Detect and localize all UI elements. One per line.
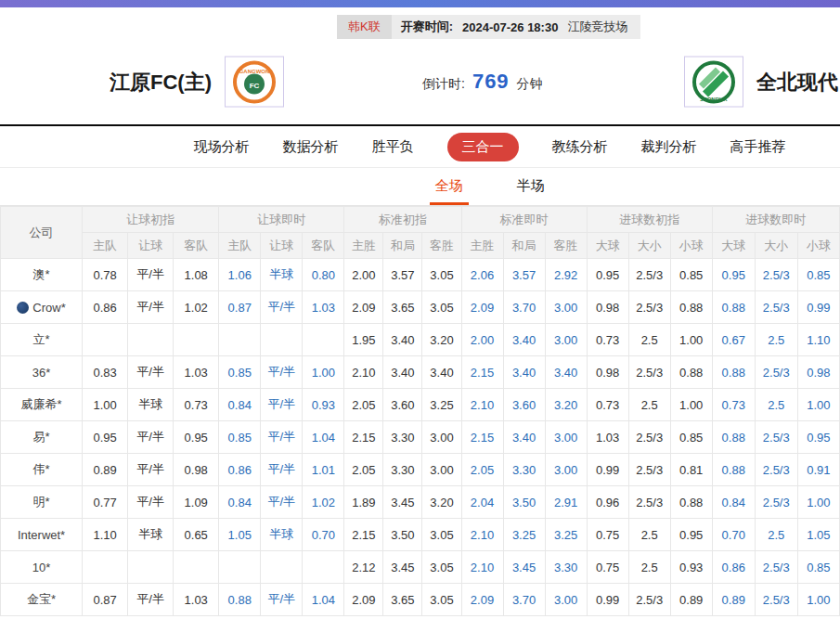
odds-cell[interactable]: 1.06: [219, 259, 261, 291]
odds-cell[interactable]: 3.00: [545, 454, 587, 486]
odds-cell[interactable]: 2.91: [545, 486, 587, 519]
odds-cell[interactable]: [303, 324, 344, 356]
company-cell[interactable]: 明*: [1, 486, 83, 519]
odds-cell[interactable]: 2.5: [628, 324, 670, 356]
odds-cell[interactable]: 平/半: [261, 421, 303, 454]
odds-cell[interactable]: 1.05: [219, 519, 261, 551]
odds-cell[interactable]: 0.88: [670, 291, 712, 324]
odds-cell[interactable]: 0.86: [219, 454, 261, 486]
odds-cell[interactable]: 3.40: [545, 356, 587, 389]
odds-cell[interactable]: 2.09: [461, 291, 503, 324]
odds-cell[interactable]: 2.10: [344, 356, 383, 389]
nav-item-coach-analysis[interactable]: 教练分析: [552, 138, 608, 156]
odds-cell[interactable]: 0.91: [797, 454, 839, 486]
odds-cell[interactable]: 平/半: [128, 454, 174, 486]
odds-cell[interactable]: 0.73: [587, 324, 628, 356]
odds-cell[interactable]: 1.04: [303, 421, 344, 454]
odds-cell[interactable]: 1.08: [174, 259, 219, 291]
odds-cell[interactable]: 0.99: [587, 584, 628, 616]
odds-cell[interactable]: 2.5/3: [755, 259, 797, 291]
odds-cell[interactable]: 3.45: [383, 551, 422, 584]
odds-cell[interactable]: 平/半: [128, 259, 174, 291]
odds-cell[interactable]: 3.60: [383, 389, 422, 421]
odds-cell[interactable]: 2.5: [755, 519, 797, 551]
odds-cell[interactable]: 2.5/3: [628, 356, 670, 389]
odds-cell[interactable]: 3.00: [545, 421, 587, 454]
odds-cell[interactable]: 半球: [128, 519, 174, 551]
company-cell[interactable]: 10*: [1, 551, 83, 584]
odds-cell[interactable]: 3.57: [383, 259, 422, 291]
odds-cell[interactable]: 平/半: [261, 356, 303, 389]
odds-cell[interactable]: 2.5: [628, 389, 670, 421]
odds-cell[interactable]: 2.5/3: [628, 584, 670, 616]
company-cell[interactable]: Interwet*: [1, 519, 83, 551]
odds-cell[interactable]: 0.95: [174, 421, 219, 454]
odds-cell[interactable]: 0.88: [712, 356, 755, 389]
odds-cell[interactable]: 3.40: [503, 356, 545, 389]
odds-cell[interactable]: 0.93: [670, 551, 712, 584]
odds-cell[interactable]: 3.45: [383, 486, 422, 519]
odds-cell[interactable]: 2.09: [461, 584, 503, 616]
odds-cell[interactable]: 1.10: [797, 324, 839, 356]
odds-cell[interactable]: 0.70: [712, 519, 755, 551]
odds-cell[interactable]: [83, 324, 128, 356]
odds-cell[interactable]: 3.05: [422, 519, 461, 551]
odds-cell[interactable]: 1.05: [797, 519, 839, 551]
odds-cell[interactable]: [219, 551, 261, 584]
odds-cell[interactable]: 3.25: [545, 519, 587, 551]
odds-cell[interactable]: 2.5/3: [628, 291, 670, 324]
odds-cell[interactable]: 2.12: [344, 551, 383, 584]
odds-cell[interactable]: 0.84: [219, 486, 261, 519]
odds-cell[interactable]: 2.5/3: [628, 486, 670, 519]
odds-cell[interactable]: 0.86: [83, 291, 128, 324]
odds-cell[interactable]: 平/半: [261, 389, 303, 421]
odds-cell[interactable]: 0.78: [83, 259, 128, 291]
odds-cell[interactable]: 3.60: [503, 389, 545, 421]
odds-cell[interactable]: 0.95: [587, 259, 628, 291]
odds-cell[interactable]: 2.09: [344, 584, 383, 616]
odds-cell[interactable]: 平/半: [261, 584, 303, 616]
odds-cell[interactable]: [128, 551, 174, 584]
odds-cell[interactable]: [303, 551, 344, 584]
odds-cell[interactable]: 0.96: [587, 486, 628, 519]
odds-cell[interactable]: 3.30: [545, 551, 587, 584]
company-cell[interactable]: 金宝*: [1, 584, 83, 616]
odds-cell[interactable]: 0.85: [670, 421, 712, 454]
odds-cell[interactable]: [219, 324, 261, 356]
odds-cell[interactable]: 1.04: [303, 584, 344, 616]
odds-cell[interactable]: 3.20: [422, 324, 461, 356]
odds-cell[interactable]: 2.5/3: [628, 259, 670, 291]
odds-cell[interactable]: 0.95: [797, 421, 839, 454]
odds-cell[interactable]: 2.15: [344, 519, 383, 551]
odds-cell[interactable]: 平/半: [261, 486, 303, 519]
odds-cell[interactable]: 0.85: [219, 356, 261, 389]
odds-cell[interactable]: [128, 324, 174, 356]
odds-cell[interactable]: 1.00: [83, 389, 128, 421]
odds-cell[interactable]: 0.87: [83, 584, 128, 616]
tab-full-time[interactable]: 全场: [430, 177, 469, 205]
odds-cell[interactable]: 半球: [261, 259, 303, 291]
odds-cell[interactable]: 1.00: [797, 389, 839, 421]
odds-cell[interactable]: 0.98: [587, 291, 628, 324]
odds-cell[interactable]: 3.65: [383, 291, 422, 324]
odds-cell[interactable]: 0.93: [303, 389, 344, 421]
odds-cell[interactable]: 平/半: [128, 584, 174, 616]
odds-cell[interactable]: 2.10: [461, 519, 503, 551]
odds-cell[interactable]: 0.70: [303, 519, 344, 551]
odds-cell[interactable]: 3.30: [503, 454, 545, 486]
odds-cell[interactable]: 3.05: [422, 291, 461, 324]
odds-cell[interactable]: 1.02: [174, 291, 219, 324]
odds-cell[interactable]: 2.5/3: [755, 421, 797, 454]
odds-cell[interactable]: 0.75: [587, 551, 628, 584]
odds-cell[interactable]: 0.75: [587, 519, 628, 551]
odds-cell[interactable]: 3.40: [422, 356, 461, 389]
odds-cell[interactable]: 2.10: [461, 551, 503, 584]
tab-half-time[interactable]: 半场: [511, 177, 550, 205]
odds-cell[interactable]: 2.15: [461, 421, 503, 454]
odds-cell[interactable]: 3.05: [422, 259, 461, 291]
league-badge[interactable]: 韩K联: [337, 15, 392, 39]
odds-cell[interactable]: 2.05: [461, 454, 503, 486]
odds-cell[interactable]: 0.88: [712, 454, 755, 486]
odds-cell[interactable]: [261, 551, 303, 584]
odds-cell[interactable]: 1.00: [670, 389, 712, 421]
